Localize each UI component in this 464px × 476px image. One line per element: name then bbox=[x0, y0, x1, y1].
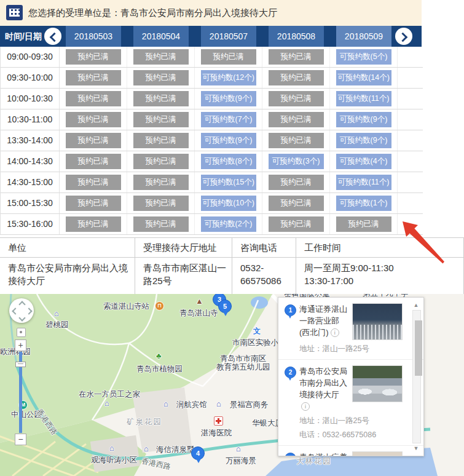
result-title: 海通证券湛山一路营业部(西北门)i bbox=[299, 303, 348, 338]
slot-available-button[interactable]: 可预约数(1个) bbox=[336, 196, 391, 211]
house-icon: ⌂ bbox=[144, 444, 149, 453]
temple-icon: ▲ bbox=[195, 296, 203, 306]
slot-full-button: 预约已满 bbox=[133, 112, 189, 127]
map-results-panel: 1 海通证券湛山一路营业部(西北门)i 地址：湛山一路25号 2 青岛市公安局市… bbox=[278, 297, 424, 456]
map-label: 万丽海景 bbox=[226, 456, 256, 466]
date-tab[interactable]: 20180503 bbox=[66, 26, 121, 47]
scroll-up-icon[interactable]: ▲ bbox=[411, 301, 422, 309]
slot-full-button: 预约已满 bbox=[66, 175, 121, 190]
panel-marker-1: 1 bbox=[285, 304, 296, 316]
zoom-in-button[interactable]: + bbox=[15, 339, 26, 351]
list-item[interactable]: 1 海通证券湛山一路营业部(西北门)i 地址：湛山一路25号 bbox=[278, 298, 423, 360]
slot-available-button[interactable]: 可预约数(4个) bbox=[336, 154, 391, 169]
slot-available-button[interactable]: 可预约数(3个) bbox=[269, 154, 324, 169]
date-tab[interactable]: 20180508 bbox=[269, 26, 324, 47]
slot-available-button[interactable]: 可预约数(8个) bbox=[201, 154, 256, 169]
result-address: 地址：湛山一路25号 bbox=[299, 343, 403, 354]
zoom-out-button[interactable]: − bbox=[15, 434, 26, 445]
slot-available-button[interactable]: 可预约数(9个) bbox=[201, 133, 256, 148]
next-dates-button[interactable] bbox=[395, 28, 412, 45]
schedule-row: 10:00-10:30 预约已满 预约已满 可预约数(9个) 预约已满 可预约数… bbox=[1, 89, 423, 109]
scroll-down-icon[interactable]: ▼ bbox=[411, 445, 422, 452]
slot-full-button: 预约已满 bbox=[269, 216, 324, 232]
slot-available-button[interactable]: 可预约数(9个) bbox=[336, 112, 391, 127]
slot-available-button[interactable]: 可预约数(11个) bbox=[336, 175, 391, 190]
page: 您选择的受理单位是：青岛市公安局市南分局出入境接待大厅 时间/日期 201805… bbox=[0, 0, 464, 476]
map-label: 碧桃园 bbox=[45, 320, 69, 330]
zoom-slider-handle[interactable] bbox=[15, 362, 26, 367]
panel-scrollbar[interactable]: ▲ ▼ bbox=[411, 303, 422, 451]
scrollbar-thumb[interactable] bbox=[415, 320, 422, 376]
slot-available-button[interactable]: 可预约数(10个) bbox=[201, 196, 256, 211]
map-label: 大林花园 bbox=[296, 456, 332, 467]
schedule-row: 09:00-09:30 预约已满 预约已满 预约已满 预约已满 可预约数(5个) bbox=[1, 47, 423, 68]
slot-available-button[interactable]: 可预约数(12个) bbox=[201, 70, 256, 85]
slot-available-button[interactable]: 可预约数(9个) bbox=[201, 91, 256, 106]
prev-dates-button[interactable] bbox=[44, 28, 61, 45]
schedule-row: 13:30-14:00 预约已满 预约已满 可预约数(9个) 预约已满 可预约数… bbox=[1, 130, 423, 151]
selected-unit-text: 您选择的受理单位是：青岛市公安局市南分局出入境接待大厅 bbox=[28, 0, 277, 26]
photo-thumbnail[interactable] bbox=[352, 365, 403, 402]
slot-full-button: 预约已满 bbox=[133, 49, 189, 65]
result-address: 地址：湛山一路25号 bbox=[299, 415, 403, 426]
result-phone: 电话：0532-66575086 bbox=[299, 429, 403, 440]
schedule-row: 14:30-15:00 预约已满 预约已满 可预约数(15个) 预约已满 可预约… bbox=[1, 172, 423, 193]
slot-full-button: 预约已满 bbox=[133, 70, 189, 85]
slot-available-button[interactable]: 可预约数(11个) bbox=[336, 91, 391, 106]
slot-full-button: 预约已满 bbox=[201, 49, 256, 65]
slot-available-button[interactable]: 可预约数(14个) bbox=[336, 70, 391, 85]
slot-full-button: 预约已满 bbox=[133, 196, 189, 211]
chevron-left-icon bbox=[50, 33, 60, 42]
slot-available-button[interactable]: 可预约数(9个) bbox=[336, 133, 391, 148]
info-unit-value: 青岛市公安局市南分局出入境接待大厅 bbox=[0, 258, 135, 294]
slot-full-button: 预约已满 bbox=[66, 91, 121, 106]
date-tab[interactable]: 20180504 bbox=[133, 26, 189, 47]
pan-down-icon bbox=[18, 314, 25, 321]
info-icon[interactable]: i bbox=[331, 328, 339, 337]
info-icon[interactable]: i bbox=[301, 402, 310, 411]
time-slot-label: 15:00-15:30 bbox=[1, 193, 60, 213]
pan-up-icon bbox=[18, 301, 25, 307]
map-marker-5[interactable]: 5 bbox=[218, 299, 232, 313]
map-label: 在水一方员工之家 bbox=[79, 389, 140, 400]
map-label: 教育第五幼儿园 bbox=[216, 362, 270, 373]
tree-icon: ♣ bbox=[156, 351, 162, 360]
info-header-row: 单位 受理接待大厅地址 咨询电话 工作时间 bbox=[0, 237, 464, 257]
schedule-row: 15:00-15:30 预约已满 预约已满 可预约数(10个) 预约已满 可预约… bbox=[1, 193, 423, 214]
house-icon: ⌂ bbox=[54, 309, 59, 318]
scrollbar-track[interactable] bbox=[412, 310, 421, 443]
map-label: 青岛市植物园 bbox=[136, 364, 183, 375]
schedule-row: 10:30-11:00 预约已满 预约已满 可预约数(7个) 预约已满 可预约数… bbox=[1, 109, 423, 130]
info-address-value: 青岛市市南区湛山一路25号 bbox=[135, 258, 232, 294]
map-pan-control[interactable] bbox=[9, 298, 34, 323]
photo-thumbnail[interactable] bbox=[352, 303, 403, 340]
map-canvas[interactable]: 金色国际公寓 第五十九中学 索道湛山寺站 ⊓ 青岛湛山寺 ▲ 碧桃园 ⌂ 欧洲花… bbox=[0, 294, 464, 476]
time-slot-label: 09:30-10:00 bbox=[1, 68, 60, 88]
slot-available-button[interactable]: 可预约数(7个) bbox=[201, 112, 256, 127]
map-label: 观海听涛小区 bbox=[91, 455, 137, 466]
slot-full-button: 预约已满 bbox=[133, 216, 189, 232]
time-slot-label: 14:00-14:30 bbox=[1, 151, 60, 172]
list-item[interactable]: 3 青岛湛山疗养院i 地址：南区青 bbox=[278, 446, 423, 456]
map-locate-button[interactable] bbox=[17, 328, 26, 337]
map-label: 市南区实验小 bbox=[232, 338, 278, 348]
map-marker-4[interactable]: 4 bbox=[191, 446, 205, 460]
slot-available-button[interactable]: 可预约数(15个) bbox=[201, 175, 256, 190]
schedule-row: 09:30-10:00 预约已满 预约已满 可预约数(12个) 预约已满 可预约… bbox=[1, 68, 423, 89]
panel-marker-3: 3 bbox=[285, 453, 296, 456]
date-tab-selected[interactable]: 20180509 bbox=[336, 26, 391, 47]
list-item[interactable]: 2 青岛市公安局市南分局出入境接待大厅i 地址：湛山一路25号 电话：0532-… bbox=[278, 360, 423, 446]
slot-available-button[interactable]: 可预约数(2个) bbox=[201, 216, 256, 232]
slot-full-button: 预约已满 bbox=[66, 133, 121, 148]
map-label: 景福宫商务 bbox=[230, 400, 269, 410]
slot-full-button: 预约已满 bbox=[66, 49, 121, 65]
date-tab[interactable]: 20180507 bbox=[201, 26, 256, 47]
photo-thumbnail[interactable] bbox=[352, 451, 403, 456]
house-icon: ⌂ bbox=[104, 399, 109, 408]
slot-full-button: 预约已满 bbox=[269, 70, 324, 85]
map-label: 矿泉花园 bbox=[127, 417, 162, 427]
time-slot-label: 13:30-14:00 bbox=[1, 130, 60, 151]
schedule-grid: 09:00-09:30 预约已满 预约已满 预约已满 预约已满 可预约数(5个)… bbox=[0, 47, 423, 235]
slot-full-button: 预约已满 bbox=[269, 133, 324, 148]
slot-available-button[interactable]: 可预约数(5个) bbox=[336, 49, 391, 65]
